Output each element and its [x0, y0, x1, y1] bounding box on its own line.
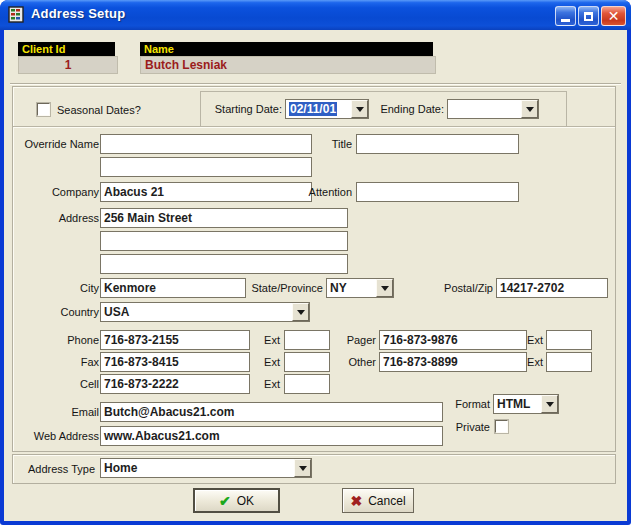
- starting-date-value: 02/11/01: [289, 102, 337, 116]
- maximize-button[interactable]: [578, 6, 599, 26]
- address-type-label: Address Type: [10, 459, 95, 479]
- private-checkbox[interactable]: [495, 420, 508, 433]
- minimize-icon: [561, 19, 570, 22]
- private-label: Private: [424, 417, 490, 437]
- close-button[interactable]: ✕: [601, 6, 626, 26]
- dates-separator: [13, 126, 615, 128]
- ending-date-value: [448, 100, 521, 118]
- cell-label: Cell: [14, 374, 99, 394]
- company-label: Company: [14, 182, 99, 202]
- state-label: State/Province: [244, 278, 323, 298]
- app-icon: [8, 6, 26, 24]
- phone-label: Phone: [14, 330, 99, 350]
- web-address-label: Web Address: [4, 426, 99, 446]
- chevron-down-icon[interactable]: [292, 303, 309, 321]
- chevron-down-icon[interactable]: [294, 459, 311, 477]
- state-combo[interactable]: NY: [326, 278, 394, 298]
- cancel-button-label: Cancel: [368, 494, 405, 508]
- pager-input[interactable]: 716-873-9876: [379, 330, 527, 350]
- cell-ext-input[interactable]: [284, 374, 330, 394]
- address-input-1[interactable]: 256 Main Street: [100, 208, 348, 228]
- postal-input[interactable]: 14217-2702: [496, 278, 608, 298]
- title-input[interactable]: [356, 134, 519, 154]
- pager-ext-label: Ext: [519, 330, 543, 350]
- minimize-button[interactable]: [555, 6, 576, 26]
- format-value: HTML: [494, 395, 541, 413]
- address-setup-window: Address Setup ✕ Client Id 1 Name Butch L…: [0, 0, 631, 525]
- format-label: Format: [424, 394, 490, 414]
- email-label: Email: [14, 402, 99, 422]
- seasonal-dates-checkbox[interactable]: [37, 103, 50, 116]
- pager-label: Pager: [304, 330, 376, 350]
- city-label: City: [14, 278, 99, 298]
- header-separator: [10, 83, 621, 85]
- window-title: Address Setup: [31, 6, 125, 21]
- override-name-label: Override Name: [14, 134, 99, 154]
- title-label: Title: [300, 134, 352, 154]
- seasonal-dates-label: Seasonal Dates?: [57, 100, 141, 120]
- fax-label: Fax: [14, 352, 99, 372]
- postal-label: Postal/Zip: [434, 278, 493, 298]
- ok-button[interactable]: ✔ OK: [193, 488, 280, 513]
- other-ext-input[interactable]: [546, 352, 592, 372]
- address-input-3[interactable]: [100, 254, 348, 274]
- attention-input[interactable]: [356, 182, 519, 202]
- phone-input[interactable]: 716-873-2155: [100, 330, 250, 350]
- attention-label: Attention: [289, 182, 352, 202]
- company-input[interactable]: Abacus 21: [100, 182, 312, 202]
- starting-date-combo[interactable]: 02/11/01: [285, 99, 369, 119]
- client-id-value: 1: [18, 56, 118, 74]
- override-name-input-1[interactable]: [100, 134, 312, 154]
- name-header: Name: [140, 42, 433, 56]
- address-type-value: Home: [101, 459, 294, 477]
- check-icon: ✔: [219, 494, 231, 508]
- city-input[interactable]: Kenmore: [100, 278, 246, 298]
- override-name-input-2[interactable]: [100, 157, 312, 177]
- pager-ext-input[interactable]: [546, 330, 592, 350]
- maximize-icon: [584, 12, 593, 21]
- country-combo[interactable]: USA: [100, 302, 310, 322]
- ending-date-combo[interactable]: [447, 99, 539, 119]
- starting-date-label: Starting Date:: [200, 99, 282, 119]
- format-combo[interactable]: HTML: [493, 394, 559, 414]
- country-value: USA: [101, 303, 292, 321]
- country-label: Country: [14, 302, 99, 322]
- other-input[interactable]: 716-873-8899: [379, 352, 527, 372]
- state-value: NY: [327, 279, 376, 297]
- address-label: Address: [14, 208, 99, 228]
- chevron-down-icon[interactable]: [521, 100, 538, 118]
- titlebar[interactable]: Address Setup ✕: [0, 0, 631, 30]
- dialog-body: Client Id 1 Name Butch Lesniak Seasonal …: [4, 30, 627, 521]
- chevron-down-icon[interactable]: [376, 279, 393, 297]
- fax-ext-label: Ext: [256, 352, 280, 372]
- ok-button-label: OK: [237, 494, 254, 508]
- x-icon: ✖: [350, 494, 362, 508]
- fax-input[interactable]: 716-873-8415: [100, 352, 250, 372]
- other-label: Other: [304, 352, 376, 372]
- name-value: Butch Lesniak: [140, 56, 436, 74]
- ending-date-label: Ending Date:: [372, 99, 444, 119]
- email-input[interactable]: Butch@Abacus21.com: [100, 402, 443, 422]
- client-id-header: Client Id: [18, 42, 115, 56]
- web-address-input[interactable]: www.Abacus21.com: [100, 426, 443, 446]
- chevron-down-icon[interactable]: [351, 100, 368, 118]
- phone-ext-label: Ext: [256, 330, 280, 350]
- cancel-button[interactable]: ✖ Cancel: [342, 488, 414, 513]
- address-input-2[interactable]: [100, 231, 348, 251]
- cell-ext-label: Ext: [256, 374, 280, 394]
- other-ext-label: Ext: [519, 352, 543, 372]
- close-icon: ✕: [608, 9, 620, 23]
- cell-input[interactable]: 716-873-2222: [100, 374, 250, 394]
- chevron-down-icon[interactable]: [541, 395, 558, 413]
- window-controls: ✕: [555, 6, 626, 26]
- address-type-combo[interactable]: Home: [100, 458, 312, 478]
